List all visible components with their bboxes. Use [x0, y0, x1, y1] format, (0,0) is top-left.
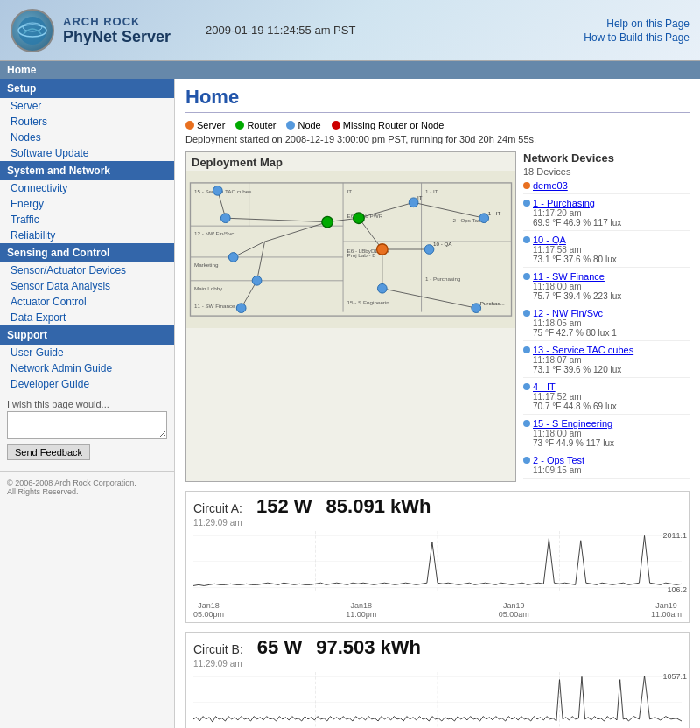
svg-text:10 - QA: 10 - QA [433, 241, 452, 247]
map-devices-row: Deployment Map [186, 151, 690, 482]
device-4-it: 4 - IT 11:17:52 am 70.7 °F 44.8 % 69 lux [523, 382, 690, 415]
logo-icon [10, 9, 54, 52]
circuit-a-panel: Circuit A: 152 W 85.091 kWh 11:29:09 am [186, 491, 690, 623]
svg-text:1 - IT: 1 - IT [425, 188, 438, 194]
sidebar-item-traffic[interactable]: Traffic [0, 212, 174, 228]
node-dot [286, 121, 295, 130]
d11-stats: 75.7 °F 39.4 % 223 lux [523, 291, 690, 301]
circuit-b-chart: 1057.1 49.8 [186, 672, 689, 728]
device-2-opstest: 2 - Ops Test 11:09:15 am [523, 455, 690, 479]
d12-time: 11:18:05 am [523, 318, 690, 328]
network-devices-title: Network Devices [523, 151, 690, 164]
circuit-a-chart: 2011.1 106.2 [186, 531, 689, 601]
legend-node: Node [286, 120, 320, 130]
svg-point-41 [228, 253, 238, 262]
legend-server: Server [186, 120, 225, 130]
legend-missing: Missing Router or Node [332, 120, 444, 130]
d13-link[interactable]: 13 - Service TAC cubes [533, 345, 634, 355]
svg-text:11 - SW Finance: 11 - SW Finance [194, 303, 235, 309]
svg-point-40 [220, 214, 230, 223]
d11-time: 11:18:00 am [523, 282, 690, 291]
sidebar-item-reliability[interactable]: Reliability [0, 228, 174, 243]
device-count: 18 Devices [523, 166, 690, 177]
svg-text:IT: IT [417, 194, 423, 200]
map-title: Deployment Map [186, 152, 515, 171]
device-demo03: demo03 [523, 180, 690, 194]
header-links: Help on this Page How to Build this Page [584, 18, 690, 44]
d13-stats: 73.1 °F 39.6 % 120 lux [523, 365, 690, 374]
circuit-a-x2: Jan1811:00pm [346, 601, 376, 619]
svg-point-39 [213, 186, 222, 195]
feedback-label: I wish this page would... [7, 399, 167, 410]
d4-dot [523, 383, 530, 390]
device-1-purchasing: 1 - Purchasing 11:17:20 am 69.9 °F 46.9 … [523, 198, 690, 231]
sidebar-item-routers[interactable]: Routers [0, 114, 174, 130]
demo03-link[interactable]: demo03 [533, 180, 568, 191]
d11-link[interactable]: 11 - SW Finance [533, 271, 605, 282]
d4-link[interactable]: 4 - IT [533, 382, 556, 392]
svg-text:Marketing: Marketing [194, 262, 219, 268]
circuit-b-max: 1057.1 [662, 672, 687, 681]
device-10-qa: 10 - QA 11:17:58 am 73.1 °F 37.6 % 80 lu… [523, 234, 690, 268]
logo-text: ARCH ROCK PhyNet Server [63, 15, 171, 46]
feedback-input[interactable] [7, 411, 167, 439]
brand-bottom: PhyNet Server [63, 28, 171, 46]
svg-point-0 [18, 17, 46, 45]
sidebar-item-network-admin[interactable]: Network Admin Guide [0, 360, 174, 376]
sidebar-item-connectivity[interactable]: Connectivity [0, 180, 174, 196]
legend-router-label: Router [247, 120, 276, 130]
copyright: © 2006-2008 Arch Rock Corporation.All Ri… [0, 471, 174, 503]
svg-point-50 [322, 216, 333, 228]
legend-node-label: Node [298, 120, 320, 130]
help-link[interactable]: Help on this Page [606, 18, 690, 30]
sidebar-item-sensor-devices[interactable]: Sensor/Actuator Devices [0, 262, 174, 278]
timestamp: 2009-01-19 11:24:55 am PST [206, 24, 355, 37]
d2-link[interactable]: 2 - Ops Test [533, 455, 584, 466]
sidebar-item-software-update[interactable]: Software Update [0, 145, 174, 161]
d15-stats: 73 °F 44.9 % 117 lux [523, 438, 690, 448]
d10-link[interactable]: 10 - QA [533, 234, 566, 245]
sidebar-item-data-export[interactable]: Data Export [0, 310, 174, 326]
circuit-a-kwh: 85.091 kWh [326, 495, 431, 518]
sidebar-feedback: I wish this page would... Send Feedback [0, 392, 174, 467]
content-area: Home Server Router Node Missing Router o… [175, 79, 700, 728]
missing-dot [332, 121, 340, 130]
legend-router: Router [235, 120, 276, 130]
sidebar: Setup Server Routers Nodes Software Upda… [0, 79, 175, 728]
build-link[interactable]: How to Build this Page [584, 32, 690, 44]
svg-point-43 [252, 276, 262, 285]
device-15-seng: 15 - S Engineering 11:18:00 am 73 °F 44.… [523, 418, 690, 452]
network-devices-panel: Network Devices 18 Devices demo03 1 - Pu… [523, 151, 690, 482]
d10-dot [523, 236, 530, 243]
d11-dot [523, 273, 530, 280]
server-dot [186, 121, 194, 130]
sidebar-item-developer-guide[interactable]: Developer Guide [0, 376, 174, 392]
map-canvas: 15 - Service TAC cubes 12 - NW Fin/Svc M… [186, 171, 515, 328]
d2-time: 11:09:15 am [523, 466, 690, 475]
sidebar-section-system[interactable]: System and Network [0, 161, 174, 180]
sidebar-item-actuator-control[interactable]: Actuator Control [0, 294, 174, 310]
d1-link[interactable]: 1 - Purchasing [533, 198, 595, 208]
circuit-b-panel: Circuit B: 65 W 97.503 kWh 11:29:09 am [186, 632, 690, 728]
sidebar-item-user-guide[interactable]: User Guide [0, 345, 174, 360]
sidebar-item-sensor-analysis[interactable]: Sensor Data Analysis [0, 278, 174, 294]
svg-text:Proj Lab - B: Proj Lab - B [347, 252, 376, 258]
sidebar-item-nodes[interactable]: Nodes [0, 130, 174, 145]
circuit-b-watts: 65 W [257, 636, 302, 659]
demo03-dot [523, 182, 530, 189]
legend-server-label: Server [197, 120, 225, 130]
sidebar-section-setup[interactable]: Setup [0, 79, 174, 98]
device-13-tac: 13 - Service TAC cubes 11:18:07 am 73.1 … [523, 345, 690, 378]
d15-link[interactable]: 15 - S Engineering [533, 418, 612, 429]
sidebar-item-energy[interactable]: Energy [0, 196, 174, 212]
sidebar-item-server[interactable]: Server [0, 98, 174, 114]
send-feedback-button[interactable]: Send Feedback [7, 444, 90, 460]
nav-home[interactable]: Home [7, 64, 36, 76]
d12-dot [523, 310, 530, 317]
sidebar-section-sensing[interactable]: Sensing and Control [0, 243, 174, 262]
svg-text:Purchas...: Purchas... [480, 300, 505, 306]
brand-top: ARCH ROCK [63, 15, 171, 28]
circuit-a-xlabels: Jan1805:00pm Jan1811:00pm Jan1905:00am J… [186, 601, 689, 622]
d12-link[interactable]: 12 - NW Fin/Svc [533, 308, 603, 318]
sidebar-section-support[interactable]: Support [0, 326, 174, 345]
